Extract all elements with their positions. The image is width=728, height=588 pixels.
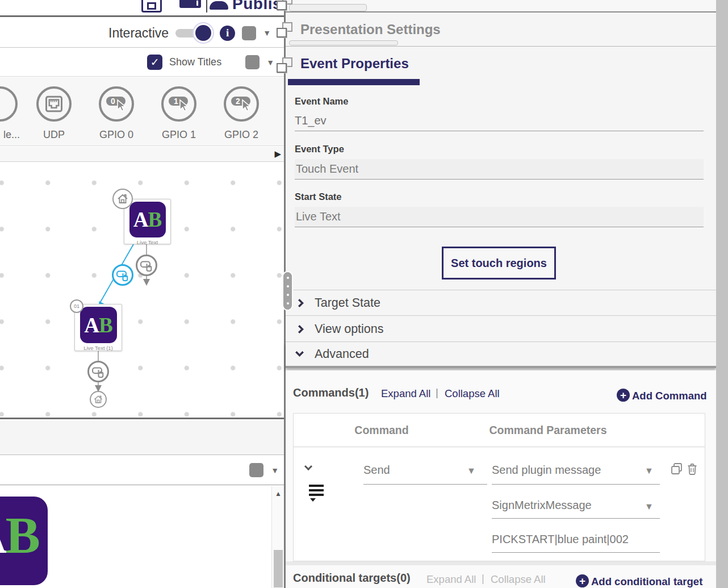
param-action-select[interactable]: Send plugin message xyxy=(492,464,601,477)
tile-letter-b: B xyxy=(99,313,112,337)
touch-event-icon[interactable] xyxy=(136,255,157,276)
touch-event-icon[interactable] xyxy=(87,361,109,382)
expand-all-link[interactable]: Expand All xyxy=(381,387,430,400)
delete-command-icon[interactable] xyxy=(687,462,698,478)
gpio-0-icon: 0 xyxy=(99,86,134,122)
live-text-thumbnail[interactable]: AB xyxy=(0,497,48,585)
show-titles-checkbox[interactable]: ✓ xyxy=(147,55,162,70)
state-node-live-text-1[interactable]: 01 AB Live Text (1) xyxy=(74,304,122,351)
gpio-digit: 0 xyxy=(111,97,115,106)
param-message-input[interactable]: PICKSTART|blue paint|002 xyxy=(492,533,629,546)
add-icon[interactable]: + xyxy=(617,389,630,402)
gpio-2-icon: 2 xyxy=(224,86,259,122)
presentation-settings-header[interactable]: Presentation Settings xyxy=(286,14,716,47)
horizontal-scrollbar[interactable] xyxy=(289,4,367,11)
lower-panel-strip xyxy=(0,421,285,455)
scrollbar-thumb[interactable] xyxy=(274,550,283,587)
chevron-right-icon xyxy=(295,324,304,333)
color-swatch-button[interactable] xyxy=(242,26,256,40)
scroll-right-icon[interactable]: ▶ xyxy=(274,149,281,159)
properties-panel: Presentation Settings Event Properties E… xyxy=(286,0,716,588)
input-underline xyxy=(295,131,704,131)
start-state-value: Live Text xyxy=(296,210,341,223)
node-title: Live Text (1) xyxy=(75,345,122,351)
event-name-label: Event Name xyxy=(295,96,348,107)
popout-icon[interactable] xyxy=(277,22,292,37)
popout-icon[interactable] xyxy=(277,57,292,73)
popout-icon[interactable] xyxy=(277,0,292,10)
start-state-field: Live Text xyxy=(295,207,704,227)
dropdown-icon[interactable]: ▼ xyxy=(467,466,476,476)
collapse-row-icon[interactable] xyxy=(304,462,312,470)
section-view-options[interactable]: View options xyxy=(286,316,716,342)
collapse-all-link-disabled: Collapse All xyxy=(491,573,546,586)
state-flow-canvas[interactable]: AB Live Text 01 AB Live Text (1) xyxy=(0,162,285,419)
tile-letter-b: B xyxy=(148,207,162,232)
palette-item-gpio0[interactable]: 0 GPIO 0 xyxy=(85,86,148,141)
chevron-down-icon[interactable]: ▼ xyxy=(263,29,271,37)
set-touch-regions-button[interactable]: Set touch regions xyxy=(442,247,556,280)
popout-front xyxy=(277,28,287,37)
library-scrollbar[interactable]: ▲ xyxy=(271,486,284,588)
main-toolbar: Publish xyxy=(0,0,285,17)
chevron-down-icon[interactable]: ▼ xyxy=(266,59,274,66)
gpio-digit: 2 xyxy=(236,97,240,106)
dropdown-icon[interactable]: ▼ xyxy=(645,502,654,511)
add-icon[interactable]: + xyxy=(576,574,589,587)
section-target-state[interactable]: Target State xyxy=(286,290,716,316)
collapse-all-link[interactable]: Collapse All xyxy=(445,387,500,400)
save-icon[interactable] xyxy=(141,0,162,12)
input-underline xyxy=(363,484,487,485)
state-node-live-text[interactable]: AB Live Text xyxy=(124,199,171,244)
info-icon[interactable]: i xyxy=(220,26,235,41)
color-swatch-button[interactable] xyxy=(245,55,260,69)
active-tab-underline xyxy=(288,79,420,85)
conditional-targets-title: Conditional targets(0) xyxy=(293,572,411,585)
color-swatch-button[interactable] xyxy=(249,463,263,477)
live-text-tile: AB xyxy=(80,307,117,343)
window-scrollbar[interactable] xyxy=(716,0,728,588)
link-separator: | xyxy=(436,386,438,399)
show-titles-row: ✓ Show Titles ▼ xyxy=(0,48,285,77)
publish-icon-body[interactable] xyxy=(210,1,228,10)
touch-event-icon-selected[interactable] xyxy=(112,264,133,286)
palette-item-gpio1[interactable]: 1 GPIO 1 xyxy=(148,86,210,141)
drag-handle-icon[interactable] xyxy=(309,485,324,502)
event-icon xyxy=(0,86,18,122)
commands-title: Commands(1) xyxy=(293,386,369,399)
live-text-tile: AB xyxy=(129,202,166,237)
scroll-up-icon[interactable]: ▲ xyxy=(272,490,284,498)
splitter-dot xyxy=(287,285,289,287)
splitter-dot xyxy=(287,294,289,296)
panel-splitter-handle[interactable] xyxy=(282,271,293,311)
collapsed-section-remnant xyxy=(286,0,716,12)
horizontal-scrollbar[interactable] xyxy=(289,40,398,45)
command-select[interactable]: Send xyxy=(363,464,390,477)
export-icon-mark xyxy=(196,1,198,6)
gpio-1-icon: 1 xyxy=(161,86,196,122)
drag-bar xyxy=(309,494,324,496)
palette-item-label: UDP xyxy=(23,129,85,141)
splitter-dot xyxy=(287,302,289,305)
event-palette: le... UDP 0 GPIO 0 1 GPIO 1 2 GPIO 2 xyxy=(0,77,285,146)
chevron-down-icon xyxy=(295,348,304,357)
interactive-toggle[interactable] xyxy=(175,23,213,43)
home-target-icon xyxy=(90,391,107,408)
event-properties-header[interactable]: Event Properties xyxy=(286,47,716,86)
column-header-parameters: Command Parameters xyxy=(480,424,616,437)
duplicate-command-icon[interactable] xyxy=(671,462,683,478)
start-state-label: Start State xyxy=(295,191,342,202)
dropdown-icon[interactable]: ▼ xyxy=(645,466,654,476)
add-command-button[interactable]: Add Command xyxy=(632,390,707,402)
param-plugin-select[interactable]: SignMetrixMessage xyxy=(492,499,592,512)
export-icon[interactable] xyxy=(179,0,201,8)
event-type-label: Event Type xyxy=(295,144,344,155)
event-name-input[interactable]: T1_ev xyxy=(295,114,327,127)
section-advanced[interactable]: Advanced xyxy=(286,343,716,368)
chevron-down-icon[interactable]: ▼ xyxy=(271,466,279,474)
add-conditional-target-button[interactable]: Add conditional target xyxy=(591,576,702,588)
column-header-command: Command xyxy=(348,424,416,437)
palette-item-udp[interactable]: UDP xyxy=(23,86,85,141)
palette-item-gpio2[interactable]: 2 GPIO 2 xyxy=(210,86,273,141)
tile-letter-a: A xyxy=(84,313,99,337)
